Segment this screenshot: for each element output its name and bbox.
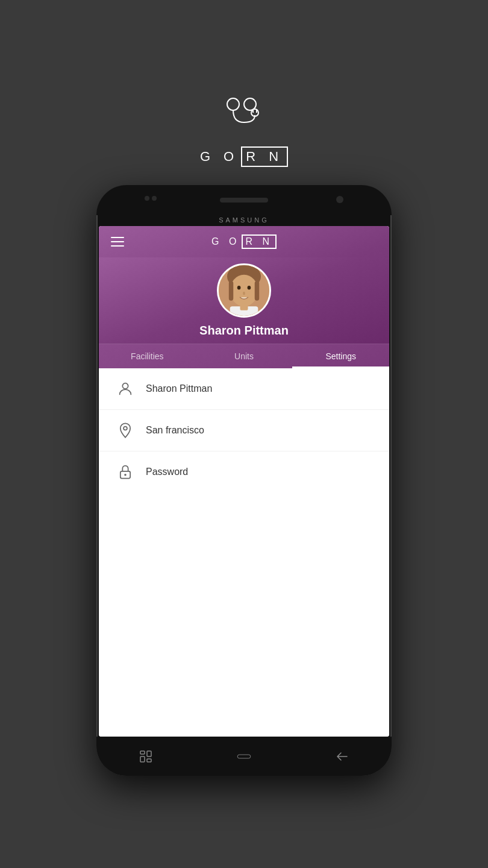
back-icon <box>335 749 349 764</box>
svg-rect-22 <box>147 759 151 762</box>
user-icon <box>117 380 134 397</box>
home-button[interactable] <box>233 746 255 767</box>
phone-dot <box>145 196 149 201</box>
settings-location-label: San francisco <box>146 425 204 436</box>
recents-icon <box>139 749 153 764</box>
svg-rect-20 <box>140 756 145 762</box>
lock-icon <box>117 464 134 480</box>
profile-section: Sharon Pittman <box>99 257 389 344</box>
settings-item-name[interactable]: Sharon Pittman <box>99 368 389 410</box>
svg-point-11 <box>248 286 251 290</box>
hamburger-line-3 <box>111 245 124 247</box>
svg-rect-23 <box>237 755 251 758</box>
user-name: Sharon Pittman <box>199 324 289 338</box>
avatar <box>217 263 271 318</box>
tabs-bar: Facilities Units Settings <box>99 344 389 368</box>
svg-rect-21 <box>147 751 151 756</box>
hamburger-line-2 <box>111 241 124 242</box>
svg-point-7 <box>230 275 258 306</box>
svg-point-15 <box>122 383 128 389</box>
settings-item-location[interactable]: San francisco <box>99 410 389 451</box>
svg-point-16 <box>124 427 127 430</box>
settings-password-label: Password <box>146 467 188 477</box>
phone-screen: G O R N <box>99 226 389 737</box>
back-button[interactable] <box>331 746 353 767</box>
svg-point-0 <box>227 98 239 110</box>
svg-point-1 <box>244 98 256 110</box>
settings-content: Sharon Pittman San francisco <box>99 368 389 737</box>
hamburger-button[interactable] <box>111 237 124 247</box>
tab-settings[interactable]: Settings <box>292 344 389 368</box>
top-brand-name: G O R N <box>200 146 288 167</box>
svg-rect-8 <box>229 281 233 301</box>
phone-dot <box>152 196 157 201</box>
svg-point-10 <box>237 286 241 290</box>
app-brand-name: G O R N <box>211 234 277 249</box>
samsung-label: SAMSUNG <box>96 215 392 226</box>
recents-button[interactable] <box>135 746 157 767</box>
phone-frame: SAMSUNG G O R N <box>96 185 392 776</box>
home-icon <box>237 749 251 764</box>
phone-camera <box>336 196 343 203</box>
hamburger-line-1 <box>111 237 124 238</box>
svg-rect-19 <box>140 751 145 754</box>
app-header: G O R N <box>99 226 389 368</box>
svg-rect-14 <box>240 303 248 310</box>
top-logo: G O R N <box>200 92 288 167</box>
tab-facilities[interactable]: Facilities <box>99 344 196 368</box>
avatar-image <box>219 265 269 316</box>
svg-rect-9 <box>255 281 259 301</box>
stethoscope-icon <box>220 92 268 140</box>
svg-point-18 <box>124 474 127 476</box>
phone-speaker <box>220 198 268 203</box>
phone-dots <box>145 196 157 201</box>
settings-name-label: Sharon Pittman <box>146 383 212 394</box>
location-icon <box>117 422 134 439</box>
app-nav: G O R N <box>99 226 389 257</box>
svg-point-12 <box>243 292 245 295</box>
phone-bottom-bar <box>96 737 392 776</box>
phone-top-bar <box>96 185 392 215</box>
settings-item-password[interactable]: Password <box>99 451 389 492</box>
tab-units[interactable]: Units <box>196 344 293 368</box>
